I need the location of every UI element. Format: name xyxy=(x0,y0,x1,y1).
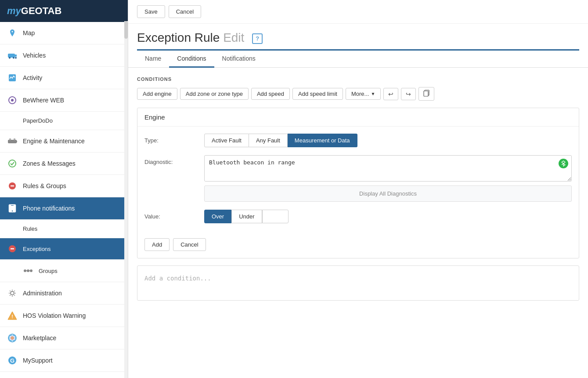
cancel-button[interactable]: Cancel xyxy=(169,5,201,18)
diagnostic-input[interactable] xyxy=(204,155,572,182)
sidebar-item-engine[interactable]: Engine & Maintenance xyxy=(0,130,128,153)
sidebar-scrollbar[interactable] xyxy=(124,21,128,378)
logo-my: my xyxy=(7,5,21,16)
sidebar-item-groups[interactable]: Groups xyxy=(0,260,128,282)
diagnostic-row: Diagnostic: Display All Diagnostic xyxy=(144,155,572,202)
sidebar-item-admin-label: Administration xyxy=(23,290,121,297)
svg-point-24 xyxy=(11,291,14,295)
zones-icon xyxy=(7,158,18,169)
sidebar-item-hos-label: HOS Violation Warning xyxy=(23,312,121,319)
sidebar-item-zones[interactable]: Zones & Messages xyxy=(0,153,128,175)
sidebar-item-rules-sub-label: Rules xyxy=(23,225,121,232)
main-content: Save Cancel Exception Rule Edit ? Name C… xyxy=(128,0,588,378)
redo-button[interactable]: ↪ xyxy=(401,88,416,100)
undo-button[interactable]: ↩ xyxy=(383,88,398,100)
content-area: CONDITIONS Add engine Add zone or zone t… xyxy=(128,68,588,378)
engine-icon xyxy=(7,136,18,146)
value-button-group: Over Under xyxy=(204,210,572,223)
sidebar-item-phone-notifications[interactable]: Phone notifications xyxy=(0,197,128,220)
bluetooth-icon xyxy=(559,159,568,168)
rules-icon xyxy=(7,181,18,191)
sidebar-item-exceptions[interactable]: Exceptions xyxy=(0,238,128,260)
sidebar-item-bewhere-label: BeWhere WEB xyxy=(23,97,121,104)
tab-bar: Name Conditions Notifications xyxy=(128,51,588,68)
tab-name[interactable]: Name xyxy=(137,51,169,68)
sidebar-item-paperdodo-label: PaperDoDo xyxy=(23,117,121,124)
sidebar-item-exceptions-label: Exceptions xyxy=(23,246,121,252)
tab-conditions[interactable]: Conditions xyxy=(169,51,214,68)
svg-text:!: ! xyxy=(11,314,13,319)
chevron-down-icon: ▼ xyxy=(371,91,375,96)
value-row: Value: Over Under xyxy=(144,210,572,223)
sidebar-item-activity[interactable]: Activity xyxy=(0,67,128,89)
sidebar-item-marketplace[interactable]: Marketplace xyxy=(0,327,128,349)
sidebar-item-phone-label: Phone notifications xyxy=(23,205,121,212)
sidebar-item-paperdodo[interactable]: PaperDoDo xyxy=(0,112,128,130)
sidebar-item-map-label: Map xyxy=(23,29,121,36)
sidebar-item-rules-sub[interactable]: Rules xyxy=(0,220,128,238)
engine-card-body: Type: Active Fault Any Fault Measurement… xyxy=(137,127,579,238)
svg-point-19 xyxy=(24,269,26,272)
hos-icon: ! xyxy=(7,310,18,321)
value-control: Over Under xyxy=(204,210,572,223)
sidebar-item-rules-groups[interactable]: Rules & Groups xyxy=(0,175,128,197)
type-label: Type: xyxy=(144,134,197,144)
save-button[interactable]: Save xyxy=(137,5,165,18)
add-speed-limit-button[interactable]: Add speed limit xyxy=(292,88,343,100)
diagnostic-control: Display All Diagnostics xyxy=(204,155,572,202)
any-fault-button[interactable]: Any Fault xyxy=(249,134,288,147)
measurement-or-data-button[interactable]: Measurement or Data xyxy=(288,134,357,147)
add-engine-button[interactable]: Add engine xyxy=(137,88,177,100)
type-control: Active Fault Any Fault Measurement or Da… xyxy=(204,134,572,147)
phone-icon xyxy=(7,203,18,214)
under-button[interactable]: Under xyxy=(231,210,262,223)
sidebar-item-vehicles[interactable]: Vehicles xyxy=(0,44,128,67)
logo: myGEOTAB xyxy=(7,5,61,17)
type-row: Type: Active Fault Any Fault Measurement… xyxy=(144,134,572,147)
sidebar-item-mysupport-label: MySupport xyxy=(23,357,121,364)
diagnostic-wrapper xyxy=(204,155,572,183)
svg-rect-8 xyxy=(8,140,17,143)
condition-toolbar: Add engine Add zone or zone type Add spe… xyxy=(137,87,579,101)
sidebar-item-hos-violation[interactable]: ! HOS Violation Warning xyxy=(0,305,128,327)
help-button[interactable]: ? xyxy=(252,33,263,44)
vehicles-icon xyxy=(7,50,18,61)
svg-rect-36 xyxy=(424,91,428,96)
more-label: More... xyxy=(351,91,369,97)
engine-card-header: Engine xyxy=(137,108,579,127)
tab-notifications[interactable]: Notifications xyxy=(214,51,263,68)
display-all-diagnostics-button[interactable]: Display All Diagnostics xyxy=(204,185,572,202)
sidebar-item-groups-label: Groups xyxy=(39,268,121,274)
svg-rect-16 xyxy=(11,205,14,206)
groups-icon xyxy=(23,265,33,276)
sidebar-item-bewhere[interactable]: BeWhere WEB xyxy=(0,89,128,112)
over-button[interactable]: Over xyxy=(204,210,231,223)
value-input[interactable] xyxy=(262,210,289,223)
active-fault-button[interactable]: Active Fault xyxy=(204,134,249,147)
admin-icon xyxy=(7,288,18,298)
marketplace-icon xyxy=(7,333,18,343)
more-button[interactable]: More... ▼ xyxy=(346,88,381,100)
sidebar-item-administration[interactable]: Administration xyxy=(0,282,128,305)
conditions-section-label: CONDITIONS xyxy=(137,76,579,82)
top-toolbar: Save Cancel xyxy=(128,0,588,24)
diagnostic-label: Diagnostic: xyxy=(144,155,197,165)
add-condition-button[interactable]: Add xyxy=(144,238,170,251)
copy-icon xyxy=(423,90,429,97)
svg-point-15 xyxy=(12,211,13,211)
add-condition-placeholder: Add a condition... xyxy=(144,275,211,282)
copy-button[interactable] xyxy=(418,87,434,101)
add-zone-button[interactable]: Add zone or zone type xyxy=(180,88,249,100)
sidebar-item-map[interactable]: Map xyxy=(0,22,128,44)
activity-icon xyxy=(7,73,18,83)
sidebar-item-zones-label: Zones & Messages xyxy=(23,160,121,167)
svg-text:G: G xyxy=(10,357,14,364)
logo-geotab: GEOTAB xyxy=(21,5,61,16)
card-cancel-button[interactable]: Cancel xyxy=(173,238,206,251)
svg-point-7 xyxy=(11,99,14,102)
page-title-suffix: Edit xyxy=(223,31,244,44)
sidebar: myGEOTAB Map Vehicles xyxy=(0,0,128,378)
sidebar-item-mysupport[interactable]: G MySupport xyxy=(0,349,128,372)
add-speed-button[interactable]: Add speed xyxy=(251,88,290,100)
sidebar-item-rules-groups-label: Rules & Groups xyxy=(23,182,121,189)
